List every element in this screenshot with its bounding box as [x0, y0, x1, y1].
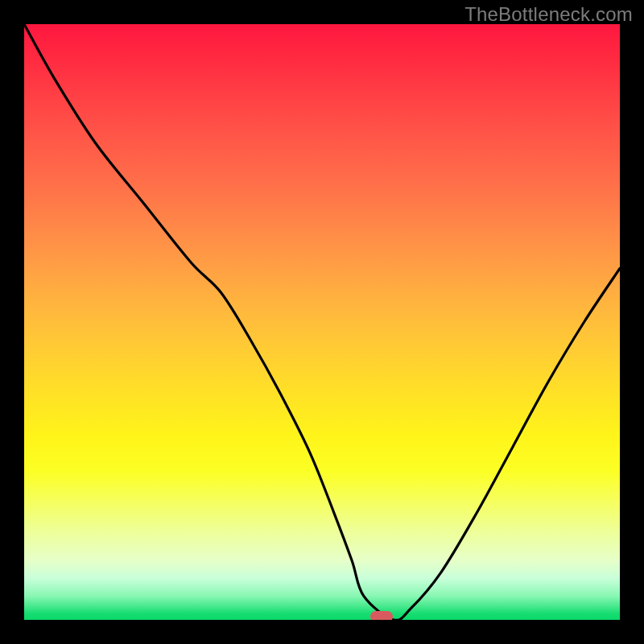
chart-frame: TheBottleneck.com [0, 0, 644, 644]
bottleneck-curve [24, 24, 620, 620]
optimal-point-marker [370, 611, 393, 620]
watermark-text: TheBottleneck.com [464, 3, 633, 26]
plot-area [24, 24, 620, 620]
